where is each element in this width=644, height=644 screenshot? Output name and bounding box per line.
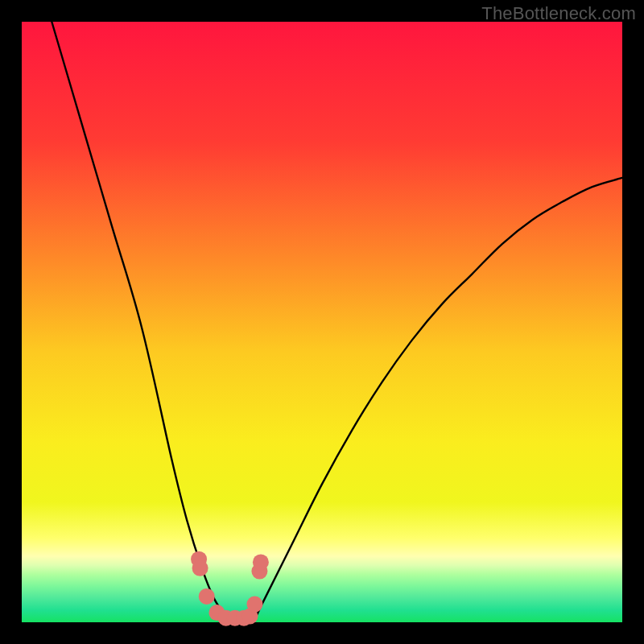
data-dot [192,560,208,576]
watermark-text: TheBottleneck.com [481,3,636,24]
data-dot [246,597,262,613]
data-dot [199,588,215,605]
data-dot [253,554,269,570]
plot-background [22,22,622,622]
chart-canvas [0,0,644,644]
chart-stage: TheBottleneck.com [0,0,644,644]
